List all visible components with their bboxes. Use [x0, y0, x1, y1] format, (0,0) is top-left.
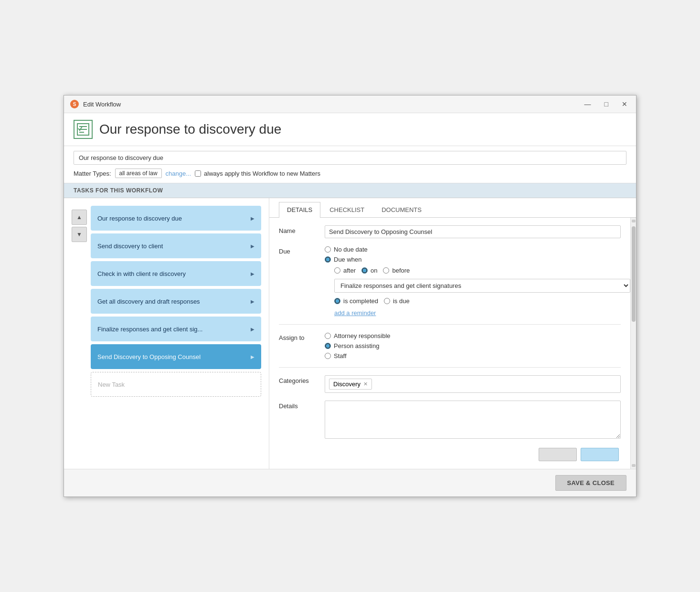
details-field-value	[325, 401, 621, 440]
due-label: Due	[279, 246, 317, 255]
due-when-row: Due when	[325, 256, 621, 263]
task-item-active[interactable]: Send Discovery to Opposing Counsel ▶	[91, 344, 261, 369]
tasks-section-header: TASKS FOR THIS WORKFLOW	[64, 183, 636, 198]
staff-radio[interactable]	[325, 353, 331, 359]
task-item[interactable]: Our response to discovery due ▶	[91, 206, 261, 231]
task-arrow-icon: ▶	[251, 243, 255, 249]
assign-field-value: Attorney responsible Person assisting St…	[325, 332, 621, 359]
tab-documents[interactable]: DOCUMENTS	[373, 202, 430, 217]
due-when-radio[interactable]	[325, 256, 331, 263]
app-logo: S	[70, 99, 79, 109]
is-completed-label: is completed	[343, 297, 378, 305]
workflow-icon	[74, 120, 93, 139]
no-due-date-label: No due date	[334, 246, 368, 253]
task-item-label: Check in with client re discovery	[97, 270, 186, 277]
bottom-bar: SAVE & CLOSE	[64, 469, 636, 497]
category-remove-icon[interactable]: ✕	[363, 381, 368, 387]
scroll-down-btn[interactable]	[632, 464, 636, 467]
details-textarea[interactable]	[325, 401, 621, 439]
person-assisting-radio[interactable]	[325, 343, 331, 349]
task-item[interactable]: Get all discovery and draft responses ▶	[91, 289, 261, 314]
category-tag-label: Discovery	[333, 381, 361, 388]
task-item[interactable]: Check in with client re discovery ▶	[91, 261, 261, 286]
divider-1	[279, 324, 621, 325]
change-link[interactable]: change...	[166, 170, 191, 177]
is-due-label: is due	[393, 297, 410, 305]
before-radio[interactable]	[383, 267, 389, 274]
workflow-name-input[interactable]	[74, 151, 626, 165]
categories-container[interactable]: Discovery ✕	[325, 375, 621, 393]
no-due-date-radio[interactable]	[325, 246, 331, 253]
tab-details[interactable]: DETAILS	[279, 202, 320, 218]
save-close-button[interactable]: SAVE & CLOSE	[555, 475, 626, 491]
is-completed-radio[interactable]	[334, 298, 340, 304]
task-item-label: Our response to discovery due	[97, 215, 182, 222]
staff-row: Staff	[325, 352, 621, 359]
always-apply-row: always apply this Workflow to new Matter…	[195, 170, 320, 177]
timing-radios: after on before	[334, 267, 621, 274]
person-assisting-row: Person assisting	[325, 342, 621, 349]
task-item-label: Get all discovery and draft responses	[97, 298, 200, 305]
details-label: Details	[279, 401, 317, 410]
categories-field-value: Discovery ✕	[325, 375, 621, 393]
page-header: Our response to discovery due	[64, 113, 636, 146]
is-due-radio[interactable]	[384, 298, 390, 304]
edit-workflow-window: S Edit Workflow — □ ✕ Our response to di…	[64, 95, 636, 497]
move-down-button[interactable]: ▼	[72, 227, 87, 242]
name-field-value	[325, 225, 621, 238]
due-task-dropdown[interactable]: Finalize responses and get client signat…	[334, 279, 630, 293]
task-name-input[interactable]	[325, 225, 621, 238]
checklist-icon	[76, 123, 90, 136]
assign-label: Assign to	[279, 332, 317, 341]
minimize-button[interactable]: —	[582, 99, 594, 109]
before-radio-row: before	[383, 267, 410, 274]
tabs-bar: DETAILS CHECKLIST DOCUMENTS	[269, 198, 636, 218]
task-item[interactable]: Send discovery to client ▶	[91, 233, 261, 258]
inner-bottom-row	[279, 448, 621, 461]
is-due-row: is due	[384, 297, 410, 305]
workflow-info-bar: Matter Types: all areas of law change...…	[64, 146, 636, 183]
before-label: before	[392, 267, 410, 274]
left-panel-inner: ▲ ▼ Our response to discovery due ▶ Send…	[72, 206, 261, 397]
due-field-row: Due No due date Due when	[279, 246, 621, 317]
no-due-date-row: No due date	[325, 246, 621, 253]
categories-field-row: Categories Discovery ✕	[279, 375, 621, 393]
inner-save-btn-partial[interactable]	[581, 448, 619, 461]
always-apply-checkbox[interactable]	[195, 170, 201, 177]
due-radio-group: No due date Due when	[325, 246, 621, 317]
name-label: Name	[279, 225, 317, 234]
titlebar-title: Edit Workflow	[83, 101, 121, 108]
task-arrow-icon: ▶	[251, 216, 255, 221]
inner-cancel-btn-partial[interactable]	[539, 448, 577, 461]
scrollbar-track	[630, 218, 636, 469]
scrollbar-thumb[interactable]	[632, 226, 636, 322]
after-label: after	[343, 267, 356, 274]
attorney-row: Attorney responsible	[325, 332, 621, 339]
new-task-label: New Task	[98, 381, 125, 388]
after-radio[interactable]	[334, 267, 340, 274]
new-task-placeholder[interactable]: New Task	[91, 372, 261, 397]
task-item-label: Send Discovery to Opposing Counsel	[97, 353, 201, 360]
right-panel: DETAILS CHECKLIST DOCUMENTS Name	[269, 198, 636, 469]
scroll-container: Name Due No due date	[269, 218, 636, 469]
scroll-up-btn[interactable]	[632, 220, 636, 222]
assign-field-row: Assign to Attorney responsible Person as…	[279, 332, 621, 359]
svg-text:S: S	[73, 102, 76, 107]
on-radio[interactable]	[361, 267, 368, 274]
person-assisting-label: Person assisting	[334, 342, 379, 349]
maximize-button[interactable]: □	[602, 99, 611, 109]
staff-label: Staff	[334, 352, 347, 359]
move-up-button[interactable]: ▲	[72, 210, 87, 225]
task-item[interactable]: Finalize responses and get client sig...…	[91, 317, 261, 341]
page-title: Our response to discovery due	[99, 122, 281, 137]
task-arrow-icon: ▶	[251, 354, 255, 359]
tab-checklist[interactable]: CHECKLIST	[321, 202, 372, 217]
name-field-row: Name	[279, 225, 621, 238]
close-button[interactable]: ✕	[619, 99, 630, 109]
attorney-radio[interactable]	[325, 333, 331, 339]
main-content: ▲ ▼ Our response to discovery due ▶ Send…	[64, 198, 636, 469]
add-reminder-link[interactable]: add a reminder	[334, 309, 621, 317]
due-when-label: Due when	[334, 256, 362, 263]
assign-radio-group: Attorney responsible Person assisting St…	[325, 332, 621, 359]
move-buttons: ▲ ▼	[72, 210, 87, 242]
